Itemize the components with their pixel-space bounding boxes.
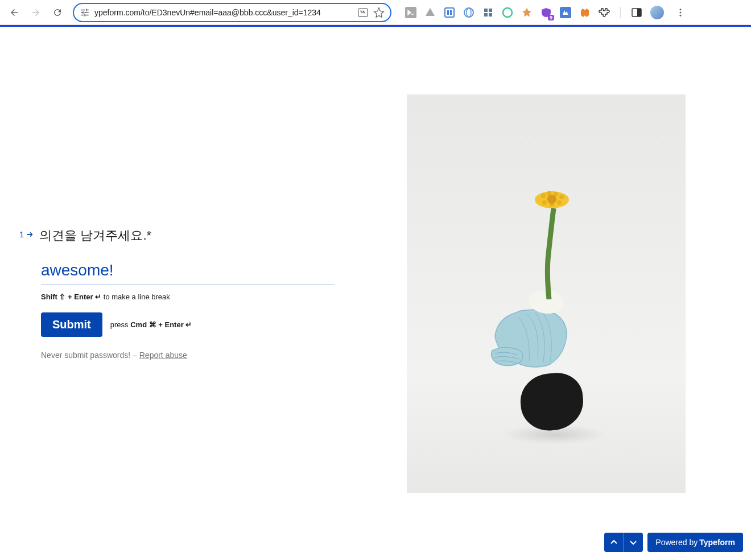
extensions-area: 9 bbox=[405, 4, 689, 21]
svg-point-15 bbox=[680, 9, 682, 10]
extension-icon-7[interactable] bbox=[521, 7, 533, 18]
side-panel-icon[interactable] bbox=[631, 7, 642, 18]
svg-point-5 bbox=[464, 8, 473, 17]
site-settings-icon[interactable] bbox=[80, 7, 90, 18]
svg-point-25 bbox=[542, 200, 547, 205]
extension-icon-4[interactable] bbox=[463, 7, 474, 18]
extension-icon-2[interactable] bbox=[424, 7, 436, 18]
submit-row: Submit press Cmd ⌘ + Enter ↵ bbox=[41, 312, 335, 337]
extensions-puzzle-icon[interactable] bbox=[599, 7, 610, 18]
svg-point-6 bbox=[467, 8, 471, 17]
svg-point-26 bbox=[547, 195, 556, 204]
next-question-button[interactable] bbox=[624, 533, 643, 552]
hint-keys: Shift ⇧ + Enter ↵ bbox=[41, 293, 101, 301]
svg-rect-3 bbox=[447, 10, 449, 15]
url-input[interactable] bbox=[94, 8, 353, 17]
question-number-text: 1 bbox=[19, 229, 24, 239]
main-content: 1 의견을 남겨주세요.* Shift ⇧ + Enter ↵ to make … bbox=[0, 27, 751, 560]
extension-icon-1[interactable] bbox=[405, 7, 416, 18]
powered-brand: Typeform bbox=[699, 538, 735, 547]
svg-rect-2 bbox=[445, 8, 454, 17]
extension-icon-6[interactable] bbox=[502, 7, 513, 18]
svg-point-23 bbox=[557, 200, 562, 205]
svg-rect-10 bbox=[489, 13, 492, 17]
back-button[interactable] bbox=[6, 4, 23, 21]
question-number: 1 bbox=[19, 229, 34, 239]
svg-rect-9 bbox=[484, 13, 488, 17]
warning-prefix: Never submit passwords! – bbox=[41, 351, 139, 360]
extension-icon-5[interactable] bbox=[482, 7, 494, 18]
press-keys: Cmd ⌘ + Enter ↵ bbox=[130, 320, 192, 329]
answer-input[interactable] bbox=[41, 261, 335, 285]
decorative-image bbox=[407, 94, 686, 493]
svg-rect-8 bbox=[489, 9, 492, 12]
line-break-hint: Shift ⇧ + Enter ↵ to make a line break bbox=[41, 293, 335, 301]
profile-avatar[interactable] bbox=[650, 6, 664, 19]
svg-rect-14 bbox=[637, 9, 641, 17]
address-bar[interactable] bbox=[73, 3, 391, 22]
svg-point-19 bbox=[541, 193, 546, 198]
press-prefix: press bbox=[110, 320, 130, 329]
svg-point-22 bbox=[559, 195, 564, 199]
svg-point-11 bbox=[503, 8, 512, 17]
extension-icon-3[interactable] bbox=[444, 7, 455, 18]
svg-rect-4 bbox=[450, 10, 452, 15]
question-row: 1 의견을 남겨주세요.* bbox=[19, 227, 335, 244]
submit-hint: press Cmd ⌘ + Enter ↵ bbox=[110, 320, 192, 329]
powered-prefix: Powered by bbox=[655, 538, 698, 547]
reload-button[interactable] bbox=[49, 4, 66, 21]
extension-icon-10[interactable] bbox=[579, 7, 591, 18]
svg-rect-12 bbox=[560, 7, 571, 18]
question-nav bbox=[604, 533, 643, 552]
svg-rect-7 bbox=[484, 9, 488, 12]
translate-icon[interactable] bbox=[357, 7, 369, 18]
report-abuse-link[interactable]: Report abuse bbox=[139, 351, 187, 360]
svg-point-16 bbox=[680, 11, 682, 13]
form-panel: 1 의견을 남겨주세요.* Shift ⇧ + Enter ↵ to make … bbox=[0, 27, 376, 560]
question-text: 의견을 남겨주세요.* bbox=[39, 227, 151, 244]
warning-line: Never submit passwords! – Report abuse bbox=[41, 351, 335, 360]
powered-by-link[interactable]: Powered by Typeform bbox=[647, 533, 743, 552]
extension-icon-8[interactable]: 9 bbox=[540, 7, 552, 18]
footer-controls: Powered by Typeform bbox=[604, 533, 743, 552]
bookmark-star-icon[interactable] bbox=[373, 7, 385, 18]
prev-question-button[interactable] bbox=[604, 533, 624, 552]
image-panel bbox=[376, 27, 751, 560]
toolbar-divider bbox=[620, 7, 621, 18]
arrow-right-icon bbox=[26, 230, 34, 238]
submit-button[interactable]: Submit bbox=[41, 312, 102, 337]
forward-button[interactable] bbox=[27, 4, 44, 21]
browser-toolbar: 9 bbox=[0, 0, 751, 25]
extension-icon-9[interactable] bbox=[560, 7, 571, 18]
hint-rest: to make a line break bbox=[101, 293, 170, 301]
chrome-menu-icon[interactable] bbox=[672, 4, 689, 21]
svg-point-17 bbox=[680, 14, 682, 16]
